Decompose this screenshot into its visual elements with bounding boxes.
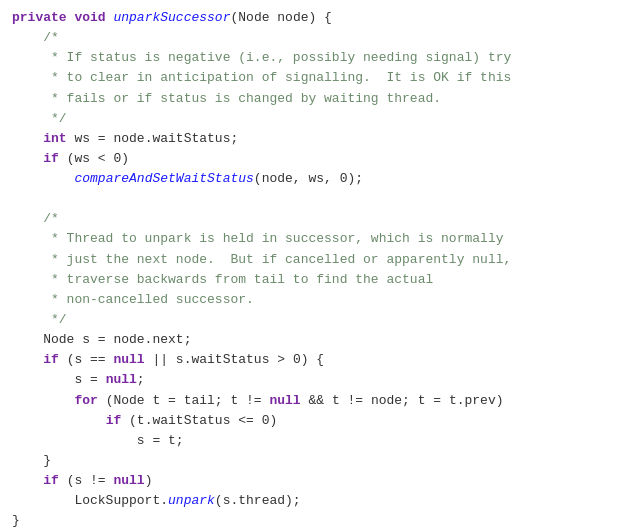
code-line: if (s != null) (0, 471, 627, 491)
code-editor: private void unparkSuccessor(Node node) … (0, 0, 627, 532)
code-token: void (74, 8, 105, 28)
code-token (67, 8, 75, 28)
code-token: s = t; (12, 431, 184, 451)
code-token: * If status is negative (i.e., possibly … (12, 48, 511, 68)
code-token: null (106, 370, 137, 390)
code-line: */ (0, 310, 627, 330)
code-line: s = null; (0, 370, 627, 390)
code-token (12, 350, 43, 370)
code-line: for (Node t = tail; t != null && t != no… (0, 391, 627, 411)
code-line (0, 189, 627, 209)
code-token: private (12, 8, 67, 28)
code-line: s = t; (0, 431, 627, 451)
code-line: * non-cancelled successor. (0, 290, 627, 310)
code-token: (s == (59, 350, 114, 370)
code-line: LockSupport.unpark(s.thread); (0, 491, 627, 511)
code-token: if (106, 411, 122, 431)
code-token: unpark (168, 491, 215, 511)
code-line: */ (0, 109, 627, 129)
code-token: (t.waitStatus <= 0) (121, 411, 277, 431)
code-token: * just the next node. But if cancelled o… (12, 250, 511, 270)
code-token (12, 411, 106, 431)
code-token: if (43, 350, 59, 370)
code-token: unparkSuccessor (113, 8, 230, 28)
code-line: compareAndSetWaitStatus(node, ws, 0); (0, 169, 627, 189)
code-token: null (269, 391, 300, 411)
code-token: * traverse backwards from tail to find t… (12, 270, 433, 290)
code-token (12, 149, 43, 169)
code-line: int ws = node.waitStatus; (0, 129, 627, 149)
code-token: (Node node) { (230, 8, 331, 28)
code-token: (s.thread); (215, 491, 301, 511)
code-token: */ (12, 109, 67, 129)
code-line: * Thread to unpark is held in successor,… (0, 229, 627, 249)
code-line: * just the next node. But if cancelled o… (0, 250, 627, 270)
code-token: LockSupport. (12, 491, 168, 511)
code-token: if (43, 149, 59, 169)
code-token: * non-cancelled successor. (12, 290, 254, 310)
code-token: /* (12, 28, 59, 48)
code-token: Node s = node.next; (12, 330, 191, 350)
code-line: private void unparkSuccessor(Node node) … (0, 8, 627, 28)
code-token: || s.waitStatus > 0) { (145, 350, 324, 370)
code-token (12, 129, 43, 149)
code-line: } (0, 451, 627, 471)
code-token: null (113, 471, 144, 491)
code-token: ; (137, 370, 145, 390)
code-token: /* (12, 209, 59, 229)
code-token: (s != (59, 471, 114, 491)
code-line: } (0, 511, 627, 531)
code-token (12, 169, 74, 189)
code-line: /* (0, 28, 627, 48)
code-line: /* (0, 209, 627, 229)
code-token: * Thread to unpark is held in successor,… (12, 229, 503, 249)
code-token: } (12, 511, 20, 531)
code-line: * to clear in anticipation of signalling… (0, 68, 627, 88)
code-line: if (t.waitStatus <= 0) (0, 411, 627, 431)
code-line: * fails or if status is changed by waiti… (0, 89, 627, 109)
code-token: int (43, 129, 66, 149)
code-token: if (43, 471, 59, 491)
code-line: Node s = node.next; (0, 330, 627, 350)
code-line: if (s == null || s.waitStatus > 0) { (0, 350, 627, 370)
code-token: compareAndSetWaitStatus (74, 169, 253, 189)
code-token (12, 391, 74, 411)
code-token (106, 8, 114, 28)
code-token: s = (12, 370, 106, 390)
code-token: null (113, 350, 144, 370)
code-token: } (12, 451, 51, 471)
code-token (12, 471, 43, 491)
code-line: if (ws < 0) (0, 149, 627, 169)
code-token: (node, ws, 0); (254, 169, 363, 189)
code-line: * traverse backwards from tail to find t… (0, 270, 627, 290)
code-token: && t != node; t = t.prev) (301, 391, 504, 411)
code-token: ws = node.waitStatus; (67, 129, 239, 149)
code-token: * fails or if status is changed by waiti… (12, 89, 441, 109)
code-line: * If status is negative (i.e., possibly … (0, 48, 627, 68)
code-token: */ (12, 310, 67, 330)
code-token: ) (145, 471, 153, 491)
code-token: (ws < 0) (59, 149, 129, 169)
code-token: * to clear in anticipation of signalling… (12, 68, 511, 88)
code-token: for (74, 391, 97, 411)
code-token: (Node t = tail; t != (98, 391, 270, 411)
